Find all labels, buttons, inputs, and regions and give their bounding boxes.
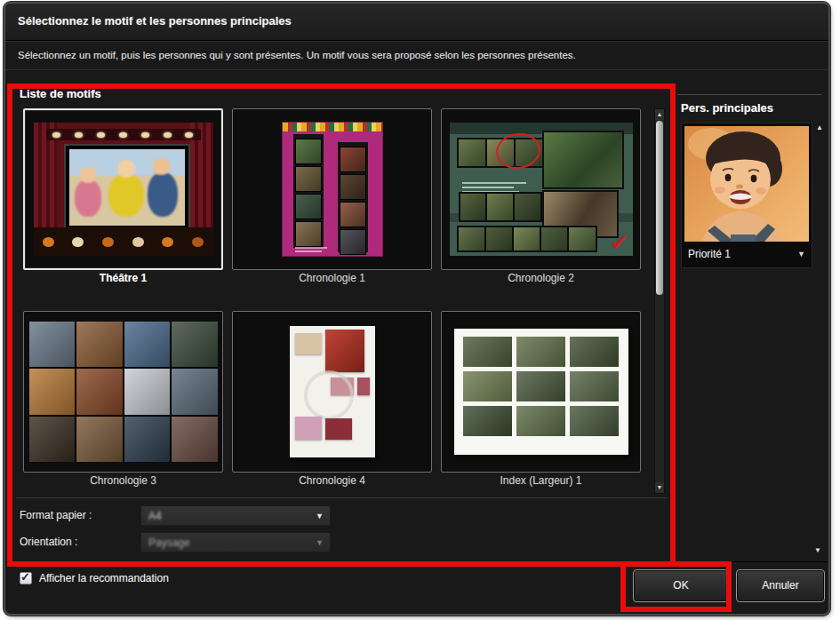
divider bbox=[677, 94, 821, 95]
chevron-down-icon: ▼ bbox=[316, 539, 324, 547]
check-icon: ✓ bbox=[20, 570, 30, 584]
scroll-down-icon[interactable]: ▼ bbox=[655, 482, 664, 493]
motif-label: Chronologie 2 bbox=[441, 272, 641, 286]
motif-thumbnail[interactable] bbox=[441, 311, 641, 473]
motif-item-index-largeur-1[interactable]: Index (Largeur) 1 bbox=[441, 311, 641, 490]
motif-thumbnail[interactable]: ✓ bbox=[441, 108, 641, 270]
motif-label: Index (Largeur) 1 bbox=[441, 474, 641, 489]
orientation-value: Paysage bbox=[148, 537, 190, 549]
chronologie-4-thumbnail-art bbox=[290, 326, 375, 457]
paper-format-value: A4 bbox=[148, 510, 162, 522]
divider bbox=[5, 69, 828, 70]
orientation-select[interactable]: Paysage ▼ bbox=[140, 532, 331, 552]
ok-button[interactable]: OK bbox=[633, 569, 729, 602]
main-people-heading: Pers. principales bbox=[681, 101, 773, 115]
theatre-1-thumbnail-art bbox=[34, 123, 213, 256]
divider bbox=[5, 561, 828, 562]
persons-scroll-down-icon[interactable]: ▼ bbox=[814, 547, 821, 554]
recommendation-checkbox-label: Afficher la recommandation bbox=[39, 572, 169, 584]
audience-band bbox=[34, 227, 213, 256]
motif-list-heading: Liste de motifs bbox=[20, 87, 101, 100]
motif-thumbnail[interactable] bbox=[232, 311, 432, 473]
select-motif-dialog: Sélectionnez le motif et les personnes p… bbox=[5, 4, 828, 614]
scrollbar-thumb[interactable] bbox=[656, 121, 663, 295]
baby-photo bbox=[684, 126, 809, 242]
divider bbox=[16, 497, 668, 498]
priority-value: Priorité 1 bbox=[688, 248, 731, 260]
screenshot-root: Sélectionnez le motif et les personnes p… bbox=[0, 0, 840, 620]
motif-thumbnail[interactable] bbox=[23, 108, 223, 270]
motif-label: Chronologie 4 bbox=[232, 474, 432, 489]
stage-lights bbox=[46, 129, 201, 140]
person-item-priority-1[interactable]: Priorité 1 ▼ bbox=[681, 123, 812, 268]
motif-item-theatre-1[interactable]: Théâtre 1 bbox=[23, 108, 223, 288]
motif-thumbnail[interactable] bbox=[232, 108, 432, 270]
cancel-button[interactable]: Annuler bbox=[736, 569, 825, 602]
motif-item-chronologie-2[interactable]: ✓ Chronologie 2 bbox=[441, 108, 641, 288]
motif-item-chronologie-3[interactable]: Chronologie 3 bbox=[23, 311, 223, 490]
scroll-up-icon[interactable]: ▲ bbox=[655, 109, 664, 120]
persons-scroll-up-icon[interactable]: ▲ bbox=[816, 124, 823, 131]
chevron-down-icon: ▼ bbox=[316, 513, 324, 521]
chevron-down-icon: ▼ bbox=[797, 250, 805, 258]
chronologie-3-thumbnail-art bbox=[29, 322, 218, 462]
motif-label: Chronologie 3 bbox=[23, 474, 223, 489]
kids-photo bbox=[69, 149, 185, 226]
orientation-label: Orientation : bbox=[20, 536, 77, 548]
priority-select[interactable]: Priorité 1 ▼ bbox=[684, 244, 809, 264]
motif-label: Chronologie 1 bbox=[232, 272, 432, 286]
dialog-title: Sélectionnez le motif et les personnes p… bbox=[18, 14, 292, 28]
motif-label: Théâtre 1 bbox=[23, 272, 223, 286]
paper-format-label: Format papier : bbox=[20, 509, 92, 521]
red-check-annotation: ✓ bbox=[608, 230, 629, 255]
chronologie-2-thumbnail-art: ✓ bbox=[450, 123, 633, 256]
paper-format-select[interactable]: A4 ▼ bbox=[140, 505, 331, 526]
recommendation-checkbox[interactable]: ✓ bbox=[20, 572, 32, 584]
motif-thumbnail[interactable] bbox=[23, 311, 223, 473]
motif-list-scrollbar[interactable]: ▲ ▼ bbox=[654, 108, 665, 494]
motif-item-chronologie-1[interactable]: Chronologie 1 bbox=[232, 108, 432, 288]
index-largeur-1-thumbnail-art bbox=[454, 329, 628, 455]
dialog-subtitle-bar: Sélectionnez un motif, puis les personne… bbox=[5, 41, 828, 70]
chronologie-1-thumbnail-art bbox=[283, 123, 382, 256]
dialog-titlebar: Sélectionnez le motif et les personnes p… bbox=[5, 4, 828, 41]
dialog-subtitle: Sélectionnez un motif, puis les personne… bbox=[18, 50, 576, 60]
motif-item-chronologie-4[interactable]: Chronologie 4 bbox=[232, 311, 432, 490]
